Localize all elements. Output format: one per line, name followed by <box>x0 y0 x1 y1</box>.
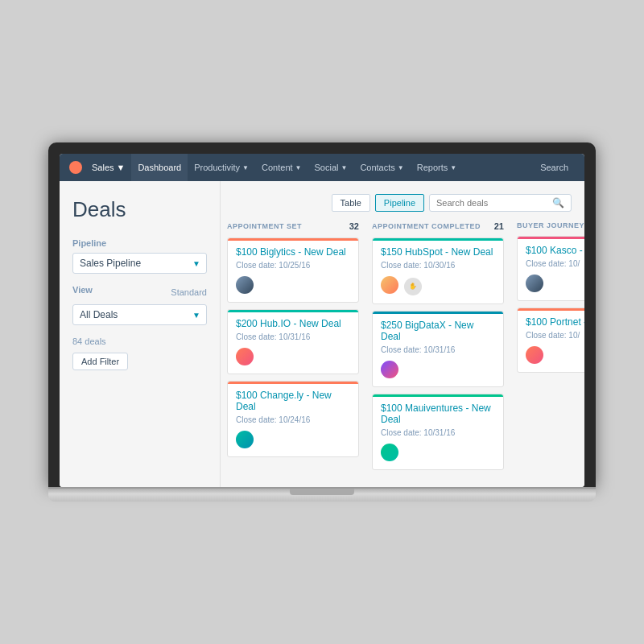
laptop-shell: Sales ▼ Dashboard Productivity ▼ Content… <box>48 142 596 502</box>
nav-search[interactable]: Search <box>534 163 575 172</box>
avatar <box>236 348 254 365</box>
nav-dashboard-label: Dashboard <box>138 163 181 172</box>
search-icon[interactable]: 🔍 <box>552 197 564 208</box>
nav-sales-caret: ▼ <box>117 163 126 172</box>
deal-card[interactable]: $100 Biglytics - New Deal Close date: 10… <box>227 237 359 303</box>
nav-sales-label: Sales <box>92 163 114 172</box>
avatar <box>236 431 254 448</box>
table-toggle-button[interactable]: Table <box>332 194 370 212</box>
screen-bezel: Sales ▼ Dashboard Productivity ▼ Content… <box>48 142 596 487</box>
sidebar: Deals Pipeline Sales Pipeline ▼ View Sta… <box>60 181 221 487</box>
nav-reports-label: Reports <box>417 163 448 172</box>
view-label: View <box>72 285 93 295</box>
nav-productivity-label: Productivity <box>194 163 240 172</box>
col-header-1: APPOINTMENT SET 32 <box>227 221 359 231</box>
view-select-wrap: All Deals ▼ <box>72 304 207 325</box>
nav-contacts-caret: ▼ <box>398 164 404 171</box>
add-filter-button[interactable]: Add Filter <box>72 353 128 370</box>
deal-date: Close date: 10/25/16 <box>236 261 350 270</box>
kanban-col-buyer-journey: BUYER JOURNEY C $100 Kasco - N Close dat… <box>510 221 584 477</box>
nav-contacts[interactable]: Contacts ▼ <box>353 154 410 181</box>
nav-productivity[interactable]: Productivity ▼ <box>188 154 255 181</box>
deal-title: $100 Portnet - <box>526 316 584 328</box>
kanban-col-appointment-set: APPOINTMENT SET 32 $100 Biglytics - New … <box>221 221 365 477</box>
nav-social-caret: ▼ <box>341 164 347 171</box>
avatar <box>381 444 398 461</box>
screen: Sales ▼ Dashboard Productivity ▼ Content… <box>60 154 584 487</box>
deal-card[interactable]: $100 Change.ly - New Deal Close date: 10… <box>227 381 359 457</box>
pipeline-label: Pipeline <box>72 238 207 248</box>
view-row: View Standard <box>72 285 207 299</box>
nav-social[interactable]: Social ▼ <box>308 154 353 181</box>
nav-content-label: Content <box>262 163 293 172</box>
search-input[interactable] <box>436 198 549 208</box>
deal-date: Close date: 10/ <box>526 331 584 340</box>
nav-sales-item[interactable]: Sales ▼ <box>85 154 131 181</box>
avatar <box>381 276 398 294</box>
top-nav: Sales ▼ Dashboard Productivity ▼ Content… <box>60 154 584 181</box>
pipeline-area: Table Pipeline 🔍 APPOINTMENT SET <box>221 181 584 487</box>
nav-social-label: Social <box>314 163 338 172</box>
avatar <box>526 346 543 364</box>
view-select[interactable]: All Deals <box>72 304 207 325</box>
col-title-3: BUYER JOURNEY C <box>517 221 584 229</box>
nav-dashboard[interactable]: Dashboard <box>131 154 188 181</box>
col-title-2: APPOINTMENT COMPLETED <box>372 222 481 230</box>
avatar <box>526 275 543 292</box>
deal-date: Close date: 10/31/16 <box>236 332 350 341</box>
deal-card[interactable]: $250 BigDataX - New Deal Close date: 10/… <box>372 311 504 387</box>
col-header-3: BUYER JOURNEY C <box>517 221 584 229</box>
avatar <box>236 276 254 294</box>
view-standard-badge: Standard <box>171 287 207 297</box>
deal-date: Close date: 10/ <box>526 259 584 268</box>
nav-content[interactable]: Content ▼ <box>255 154 308 181</box>
deal-title: $100 Mauiventures - New Deal <box>381 402 495 425</box>
deal-title: $150 HubSpot - New Deal <box>381 246 495 258</box>
nav-logo <box>69 161 82 174</box>
pipeline-select[interactable]: Sales Pipeline <box>72 253 207 274</box>
deal-card[interactable]: $100 Portnet - Close date: 10/ <box>517 308 584 373</box>
deal-date: Close date: 10/31/16 <box>381 428 495 437</box>
pipeline-toggle-button[interactable]: Pipeline <box>375 194 424 212</box>
nav-productivity-caret: ▼ <box>242 164 249 171</box>
deal-date: Close date: 10/24/16 <box>236 415 350 424</box>
deal-title: $100 Change.ly - New Deal <box>236 390 350 412</box>
avatar-placeholder: ✋ <box>404 278 422 295</box>
hubspot-logo-icon <box>69 161 82 174</box>
deal-card[interactable]: $200 Hub.IO - New Deal Close date: 10/31… <box>227 309 359 374</box>
col-count-1: 32 <box>349 221 359 231</box>
deal-title: $100 Kasco - N <box>526 245 584 256</box>
col-count-2: 21 <box>494 221 504 231</box>
nav-contacts-label: Contacts <box>360 163 394 172</box>
deal-title: $100 Biglytics - New Deal <box>236 246 350 258</box>
deal-card[interactable]: $100 Mauiventures - New Deal Close date:… <box>372 394 504 470</box>
avatar <box>381 361 398 378</box>
kanban-board: APPOINTMENT SET 32 $100 Biglytics - New … <box>221 221 584 477</box>
main-content: Deals Pipeline Sales Pipeline ▼ View Sta… <box>60 181 584 487</box>
kanban-col-appointment-completed: APPOINTMENT COMPLETED 21 $150 HubSpot - … <box>365 221 510 477</box>
deal-date: Close date: 10/30/16 <box>381 261 495 270</box>
nav-search-label: Search <box>540 163 568 172</box>
laptop-base <box>48 487 596 502</box>
deals-count: 84 deals <box>72 336 207 346</box>
page-title: Deals <box>72 197 207 222</box>
deal-card[interactable]: $150 HubSpot - New Deal Close date: 10/3… <box>372 237 504 304</box>
deal-date: Close date: 10/31/16 <box>381 345 495 354</box>
deal-title: $250 BigDataX - New Deal <box>381 320 495 342</box>
nav-reports[interactable]: Reports ▼ <box>411 154 463 181</box>
search-box: 🔍 <box>429 194 572 212</box>
deal-card[interactable]: $100 Kasco - N Close date: 10/ <box>517 236 584 301</box>
deal-title: $200 Hub.IO - New Deal <box>236 318 350 329</box>
nav-content-caret: ▼ <box>295 164 302 171</box>
col-header-2: APPOINTMENT COMPLETED 21 <box>372 221 504 231</box>
pipeline-select-wrap: Sales Pipeline ▼ <box>72 253 207 274</box>
nav-reports-caret: ▼ <box>450 164 456 171</box>
view-controls: Table Pipeline 🔍 <box>221 194 584 221</box>
col-title-1: APPOINTMENT SET <box>227 222 302 230</box>
